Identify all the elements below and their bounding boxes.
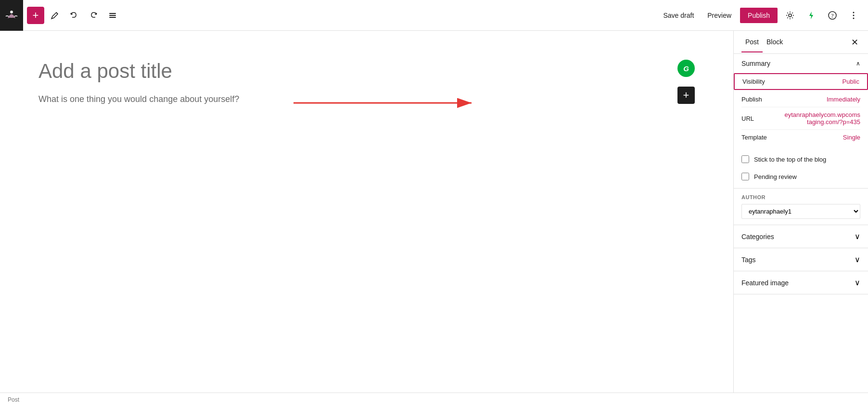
featured-image-chevron-icon: ∨ <box>855 278 860 287</box>
featured-image-section: Featured image ∨ <box>734 271 868 294</box>
summary-title: Summary <box>741 60 770 67</box>
stick-to-top-checkbox[interactable] <box>741 155 749 163</box>
pending-review-checkbox[interactable] <box>741 173 749 180</box>
url-row: URL eytanraphaelycom.wpcomstaging.com/?p… <box>741 107 860 130</box>
svg-rect-3 <box>109 17 116 18</box>
author-section: AUTHOR eytanraphaely1 <box>734 189 868 225</box>
grammarly-button[interactable]: G <box>677 60 695 77</box>
toolbar-left: + <box>27 7 121 24</box>
status-bar: Post <box>0 393 868 406</box>
svg-rect-1 <box>109 13 116 14</box>
summary-section: Summary ∧ Visibility Public Publish Imme… <box>734 54 868 189</box>
undo-button[interactable] <box>65 7 83 24</box>
redo-icon <box>89 11 98 20</box>
main-layout: What is one thing you would change about… <box>0 31 868 406</box>
sidebar-header: Post Block ✕ <box>734 31 868 54</box>
lightning-icon <box>806 11 816 20</box>
list-view-icon <box>108 11 117 20</box>
list-view-button[interactable] <box>104 7 121 24</box>
tags-title: Tags <box>741 256 756 264</box>
author-section-label: AUTHOR <box>741 194 860 200</box>
stick-to-top-label: Stick to the top of the blog <box>754 156 826 163</box>
visibility-row: Visibility Public <box>734 73 868 90</box>
toolbar-right: Save draft Preview Publish ? <box>658 7 862 24</box>
post-title-input[interactable] <box>38 60 695 83</box>
right-sidebar: Post Block ✕ Summary ∧ Visibility Public <box>733 31 868 406</box>
visibility-value[interactable]: Public <box>842 78 859 85</box>
summary-chevron-icon: ∧ <box>856 60 860 67</box>
sidebar-close-button[interactable]: ✕ <box>849 35 860 50</box>
svg-rect-2 <box>109 15 116 16</box>
logo-icon <box>4 8 19 23</box>
help-icon: ? <box>828 11 837 20</box>
preview-button[interactable]: Preview <box>702 9 736 22</box>
add-block-button[interactable]: + <box>27 7 44 24</box>
tab-block[interactable]: Block <box>763 32 787 52</box>
template-label: Template <box>741 134 767 141</box>
undo-icon <box>69 11 79 20</box>
pending-review-item: Pending review <box>734 168 868 188</box>
pending-review-label: Pending review <box>754 173 797 180</box>
summary-content: Visibility Public Publish Immediately UR… <box>734 73 868 151</box>
publish-button[interactable]: Publish <box>740 8 778 23</box>
status-text: Post <box>8 396 19 403</box>
settings-button[interactable] <box>781 7 799 24</box>
visibility-label: Visibility <box>742 78 765 85</box>
template-row: Template Single <box>741 130 860 145</box>
help-button[interactable]: ? <box>824 7 841 24</box>
publish-label: Publish <box>741 96 762 103</box>
redo-button[interactable] <box>85 7 102 24</box>
more-icon <box>849 11 858 20</box>
stick-to-top-item: Stick to the top of the blog <box>734 151 868 168</box>
publish-value[interactable]: Immediately <box>827 96 860 103</box>
categories-chevron-icon: ∨ <box>855 232 860 241</box>
pencil-icon <box>51 11 59 20</box>
gear-icon <box>785 11 795 20</box>
categories-section: Categories ∨ <box>734 225 868 248</box>
summary-section-header[interactable]: Summary ∧ <box>734 54 868 73</box>
author-select[interactable]: eytanraphaely1 <box>741 204 860 219</box>
url-value[interactable]: eytanraphaelycom.wpcomstaging.com/?p=435 <box>783 111 860 126</box>
svg-point-0 <box>10 11 13 13</box>
performance-button[interactable] <box>803 7 820 24</box>
svg-point-9 <box>853 17 855 19</box>
svg-point-7 <box>853 12 855 13</box>
template-value[interactable]: Single <box>843 134 860 141</box>
tags-chevron-icon: ∨ <box>855 255 860 264</box>
categories-header[interactable]: Categories ∨ <box>734 225 868 248</box>
toolbar-edit-button[interactable] <box>46 7 64 24</box>
more-options-button[interactable] <box>845 7 862 24</box>
tab-post[interactable]: Post <box>741 32 763 52</box>
tags-section: Tags ∨ <box>734 248 868 271</box>
add-block-inline-button[interactable]: + <box>677 87 695 104</box>
post-body-text: What is one thing you would change about… <box>38 94 695 104</box>
url-label: URL <box>741 115 754 122</box>
featured-image-header[interactable]: Featured image ∨ <box>734 271 868 294</box>
publish-row: Publish Immediately <box>741 92 860 107</box>
svg-point-4 <box>789 14 791 17</box>
site-logo <box>0 0 23 31</box>
svg-text:?: ? <box>831 13 833 19</box>
toolbar: + Save <box>0 0 868 31</box>
svg-point-8 <box>853 14 855 16</box>
tags-header[interactable]: Tags ∨ <box>734 248 868 271</box>
categories-title: Categories <box>741 233 774 241</box>
editor-area: What is one thing you would change about… <box>0 31 733 406</box>
featured-image-title: Featured image <box>741 279 789 287</box>
save-draft-button[interactable]: Save draft <box>658 9 699 22</box>
